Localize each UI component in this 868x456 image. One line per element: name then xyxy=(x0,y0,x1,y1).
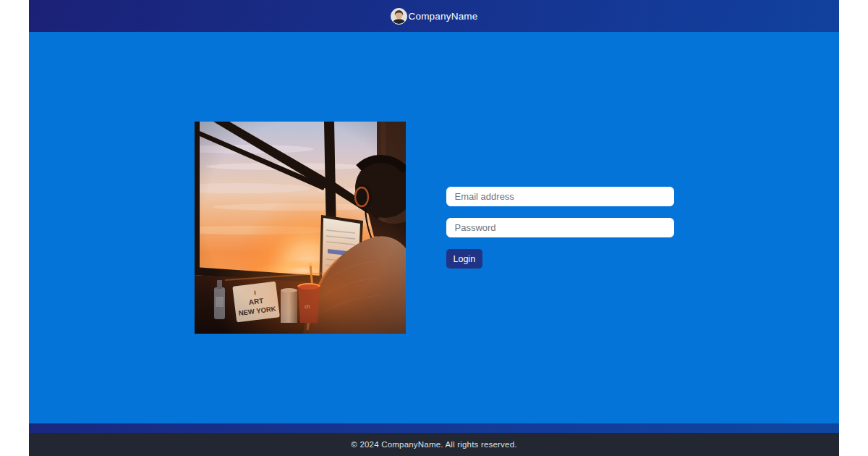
brand-name: CompanyName xyxy=(409,11,478,22)
main-content: I ART NEW YORK ch xyxy=(29,32,839,423)
app-container: CompanyName xyxy=(29,0,839,456)
email-input[interactable] xyxy=(446,187,674,206)
content-row: I ART NEW YORK ch xyxy=(195,122,674,334)
top-navbar: CompanyName xyxy=(29,0,839,32)
navbar-brand[interactable]: CompanyName xyxy=(391,8,478,25)
brand-avatar-icon xyxy=(391,8,407,25)
sunset-workspace-photo: I ART NEW YORK ch xyxy=(195,122,406,334)
copyright-text: © 2024 CompanyName. All rights reserved. xyxy=(351,440,516,449)
login-button[interactable]: Login xyxy=(446,249,483,269)
hero-photo: I ART NEW YORK ch xyxy=(195,122,406,334)
login-form: Login xyxy=(446,187,674,269)
password-input[interactable] xyxy=(446,218,674,237)
page-footer: © 2024 CompanyName. All rights reserved. xyxy=(29,433,839,456)
